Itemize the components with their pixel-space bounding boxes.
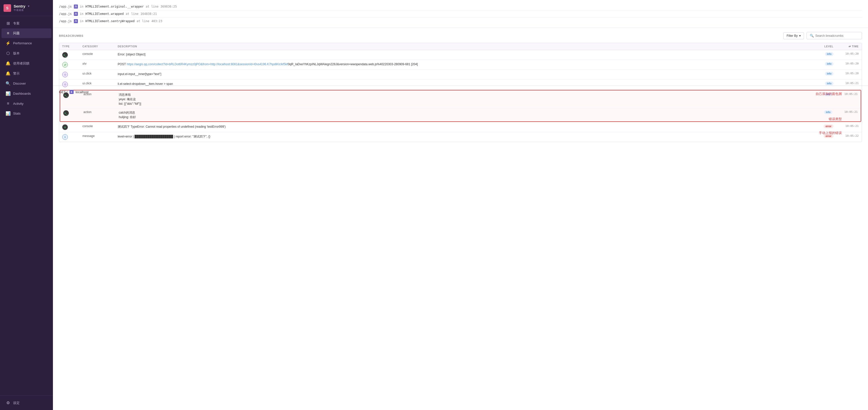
row-time-cell: 10:05:20 — [834, 72, 859, 75]
col-category: CATEGORY — [83, 45, 118, 48]
sidebar-label-projects: 专案 — [13, 21, 20, 26]
sidebar-item-settings[interactable]: ⚙ 设定 — [1, 398, 52, 408]
host-icon: ⊞ — [69, 90, 73, 94]
row-type-cell: ⊙ — [62, 81, 83, 87]
stats-icon: 📊 — [5, 111, 10, 116]
row-level-cell: error — [808, 125, 834, 128]
row-desc-cell: input.el-input__inner[type="text"] — [118, 72, 808, 76]
sidebar-label-issues: 问题 — [13, 31, 20, 35]
sidebar-item-projects[interactable]: ⊞ 专案 — [1, 19, 52, 28]
table-row: >_ console Error: [object Object] info 1… — [59, 50, 862, 60]
sidebar-label-activity: Activity — [13, 102, 24, 105]
breadcrumbs-table: TYPE CATEGORY DESCRIPTION LEVEL ⇄ TIME >… — [59, 43, 862, 142]
table-header: TYPE CATEGORY DESCRIPTION LEVEL ⇄ TIME — [59, 43, 862, 50]
row-type-cell: ℹ — [62, 134, 83, 140]
row-category-cell: ui.click — [83, 81, 118, 85]
sidebar-item-activity[interactable]: ≡ Activity — [1, 99, 52, 108]
sidebar-nav: ⊞ 专案 ≡ 问题 ⚡ Performance ⬡ 版本 🔔 使用者回饋 🔔 警… — [0, 16, 53, 396]
col-description: DESCRIPTION — [118, 45, 808, 48]
sidebar-label-user-feedback: 使用者回饋 — [13, 61, 30, 66]
main-content: /app.js JS in HTMLLIElement.original.__w… — [53, 0, 868, 410]
table-body: >_ console Error: [object Object] info 1… — [59, 50, 862, 142]
table-row: ℹ message level=error | ████████████████… — [59, 132, 862, 142]
stack-line: /app.js JS in HTMLLIElement.sentryWrappe… — [59, 18, 862, 25]
row-time-cell: 10:05:21 — [833, 93, 858, 96]
breadcrumbs-header: BREADCRUMBS Filter By ▾ 🔍 — [59, 32, 862, 39]
sidebar-item-discover[interactable]: 🔍 Discover — [1, 78, 52, 89]
settings-label: 设定 — [13, 401, 20, 405]
sidebar-item-performance[interactable]: ⚡ Performance — [1, 38, 52, 48]
table-row: >_ action 消息来啦yeye: 俺在这list: [{"dds":"fd… — [60, 91, 861, 108]
sort-icon[interactable]: ⇄ — [848, 45, 851, 48]
row-desc-cell: level=error | ██████████████████ | repor… — [118, 134, 808, 139]
stack-line: /app.js JS in HTMLLIElement.original.__w… — [59, 3, 862, 10]
sidebar-item-user-feedback[interactable]: 🔔 使用者回饋 — [1, 59, 52, 68]
stack-trace-section: /app.js JS in HTMLLIElement.original.__w… — [53, 0, 868, 28]
app-subtitle: 牛逼逼逼 — [13, 8, 30, 12]
level-badge: error — [824, 125, 834, 128]
chevron-down-icon: ▾ — [799, 34, 801, 37]
xhr-link[interactable]: https://aegis.qq.com/collect?id=bRLDot6R… — [127, 63, 288, 66]
row-category-cell: action — [84, 93, 119, 96]
gear-icon: ⚙ — [5, 401, 10, 405]
row-level-cell: info — [808, 81, 834, 86]
sidebar-item-stats[interactable]: 📊 Stats — [1, 108, 52, 118]
table-row: ⇄ xhr POST https://aegis.qq.com/collect?… — [59, 60, 862, 70]
row-desc-cell: Error: [object Object] — [118, 52, 808, 57]
row-level-cell: error — [808, 134, 834, 138]
row-type-cell: ⇄ — [62, 62, 83, 68]
search-breadcrumbs-input[interactable] — [815, 34, 859, 37]
user-feedback-icon: 🔔 — [5, 61, 10, 66]
row-category-cell: console — [83, 125, 118, 128]
highlighted-rows-group: >_ action 消息来啦yeye: 俺在这list: [{"dds":"fd… — [60, 90, 861, 122]
projects-icon: ⊞ — [5, 21, 10, 26]
level-badge: info — [825, 72, 834, 75]
level-badge: error — [824, 134, 834, 138]
col-type: TYPE — [62, 45, 83, 48]
get-host: localhost — [75, 90, 89, 94]
file-icon: JS — [74, 12, 78, 16]
row-level-cell: info — [808, 52, 834, 56]
discover-icon: 🔍 — [5, 81, 10, 86]
type-icon: >_ — [62, 52, 68, 58]
sidebar-item-dashboards[interactable]: 📊 Dashboards — [1, 89, 52, 99]
type-icon: ⚙ — [62, 125, 68, 130]
type-icon: ℹ — [62, 134, 68, 140]
row-category-cell: action — [84, 110, 119, 114]
filter-by-button[interactable]: Filter By ▾ — [783, 32, 804, 39]
row-type-cell: ⊙ — [62, 72, 83, 77]
row-time-cell: 10:05:21 — [834, 125, 859, 128]
sidebar-label-dashboards: Dashboards — [13, 92, 31, 96]
issues-icon: ≡ — [5, 31, 10, 35]
row-time-cell: 10:05:22 — [834, 134, 859, 137]
performance-icon: ⚡ — [5, 41, 10, 45]
file-icon: JS — [74, 19, 78, 23]
col-level: LEVEL — [808, 45, 834, 48]
row-time-cell: 10:05:21 — [833, 110, 858, 113]
releases-icon: ⬡ — [5, 51, 10, 56]
filter-by-label: Filter By — [786, 34, 798, 37]
row-level-cell: info — [807, 110, 833, 114]
row-desc-cell: POST https://aegis.qq.com/collect?id=bRL… — [118, 62, 808, 67]
row-desc-cell: 测试四下 TypeError: Cannot read properties o… — [118, 125, 808, 129]
sidebar-item-issues[interactable]: ≡ 问题 — [1, 29, 52, 38]
level-badge: info — [825, 81, 834, 86]
row-level-cell: info — [808, 72, 834, 75]
table-row: ⚙ console 测试四下 TypeError: Cannot read pr… — [59, 123, 862, 132]
level-badge: info — [824, 110, 833, 114]
file-icon: JS — [74, 4, 78, 8]
level-badge: info — [825, 62, 834, 66]
sidebar-item-alerts[interactable]: 🔔 警示 — [1, 68, 52, 78]
sidebar-item-releases[interactable]: ⬡ 版本 — [1, 48, 52, 58]
row-time-cell: 10:05:20 — [834, 62, 859, 65]
table-row: >_ action catch的消息hulijing: 你好 info 10:0… — [60, 108, 861, 122]
sidebar-label-stats: Stats — [13, 111, 21, 115]
search-icon: 🔍 — [810, 34, 814, 37]
level-badge: info — [824, 93, 833, 96]
chevron-down-icon[interactable]: ▼ — [28, 5, 30, 7]
type-icon: ⊙ — [62, 72, 68, 77]
row-category-cell: console — [83, 52, 118, 56]
sidebar-label-performance: Performance — [13, 41, 32, 45]
row-type-cell: >_ — [63, 110, 84, 116]
row-category-cell: xhr — [83, 62, 118, 66]
